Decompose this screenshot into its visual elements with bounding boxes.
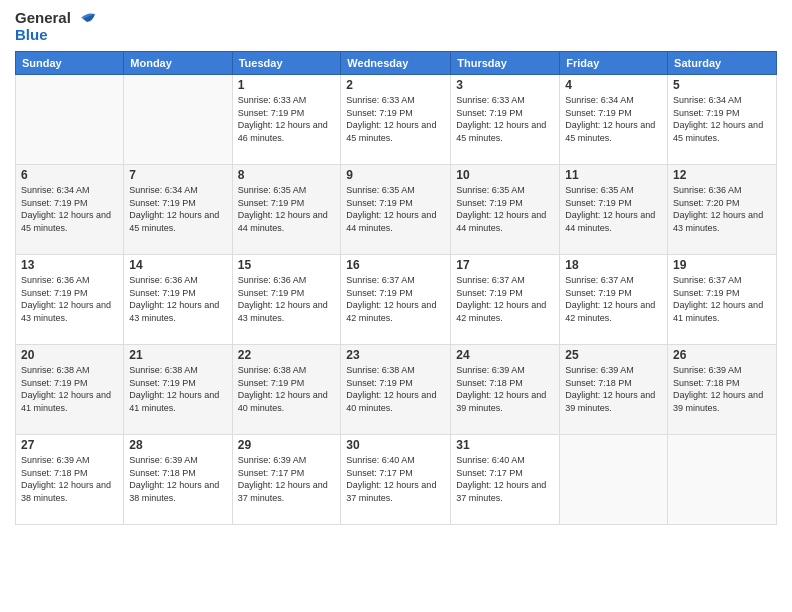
day-info: Sunrise: 6:37 AM Sunset: 7:19 PM Dayligh… bbox=[456, 274, 554, 324]
day-info: Sunrise: 6:38 AM Sunset: 7:19 PM Dayligh… bbox=[129, 364, 226, 414]
day-info: Sunrise: 6:36 AM Sunset: 7:19 PM Dayligh… bbox=[129, 274, 226, 324]
calendar-cell bbox=[16, 75, 124, 165]
day-number: 14 bbox=[129, 258, 226, 272]
day-header-wednesday: Wednesday bbox=[341, 52, 451, 75]
calendar-week-2: 6Sunrise: 6:34 AM Sunset: 7:19 PM Daylig… bbox=[16, 165, 777, 255]
calendar-cell: 1Sunrise: 6:33 AM Sunset: 7:19 PM Daylig… bbox=[232, 75, 341, 165]
calendar-week-5: 27Sunrise: 6:39 AM Sunset: 7:18 PM Dayli… bbox=[16, 435, 777, 525]
day-number: 11 bbox=[565, 168, 662, 182]
calendar-header-row: SundayMondayTuesdayWednesdayThursdayFrid… bbox=[16, 52, 777, 75]
calendar-cell: 4Sunrise: 6:34 AM Sunset: 7:19 PM Daylig… bbox=[560, 75, 668, 165]
day-number: 13 bbox=[21, 258, 118, 272]
day-header-sunday: Sunday bbox=[16, 52, 124, 75]
calendar-cell: 30Sunrise: 6:40 AM Sunset: 7:17 PM Dayli… bbox=[341, 435, 451, 525]
day-info: Sunrise: 6:34 AM Sunset: 7:19 PM Dayligh… bbox=[565, 94, 662, 144]
day-number: 27 bbox=[21, 438, 118, 452]
day-number: 10 bbox=[456, 168, 554, 182]
day-info: Sunrise: 6:33 AM Sunset: 7:19 PM Dayligh… bbox=[346, 94, 445, 144]
day-number: 20 bbox=[21, 348, 118, 362]
calendar-cell: 9Sunrise: 6:35 AM Sunset: 7:19 PM Daylig… bbox=[341, 165, 451, 255]
calendar-cell: 15Sunrise: 6:36 AM Sunset: 7:19 PM Dayli… bbox=[232, 255, 341, 345]
day-number: 24 bbox=[456, 348, 554, 362]
day-info: Sunrise: 6:37 AM Sunset: 7:19 PM Dayligh… bbox=[565, 274, 662, 324]
day-number: 18 bbox=[565, 258, 662, 272]
calendar-cell: 17Sunrise: 6:37 AM Sunset: 7:19 PM Dayli… bbox=[451, 255, 560, 345]
calendar-week-4: 20Sunrise: 6:38 AM Sunset: 7:19 PM Dayli… bbox=[16, 345, 777, 435]
calendar-cell: 28Sunrise: 6:39 AM Sunset: 7:18 PM Dayli… bbox=[124, 435, 232, 525]
calendar-cell: 7Sunrise: 6:34 AM Sunset: 7:19 PM Daylig… bbox=[124, 165, 232, 255]
day-number: 16 bbox=[346, 258, 445, 272]
calendar-cell: 8Sunrise: 6:35 AM Sunset: 7:19 PM Daylig… bbox=[232, 165, 341, 255]
calendar-cell: 21Sunrise: 6:38 AM Sunset: 7:19 PM Dayli… bbox=[124, 345, 232, 435]
day-info: Sunrise: 6:34 AM Sunset: 7:19 PM Dayligh… bbox=[129, 184, 226, 234]
day-number: 29 bbox=[238, 438, 336, 452]
day-header-friday: Friday bbox=[560, 52, 668, 75]
day-info: Sunrise: 6:33 AM Sunset: 7:19 PM Dayligh… bbox=[456, 94, 554, 144]
day-number: 1 bbox=[238, 78, 336, 92]
page-header: General Blue bbox=[15, 10, 777, 43]
day-info: Sunrise: 6:36 AM Sunset: 7:19 PM Dayligh… bbox=[21, 274, 118, 324]
calendar-cell: 19Sunrise: 6:37 AM Sunset: 7:19 PM Dayli… bbox=[668, 255, 777, 345]
calendar-cell: 29Sunrise: 6:39 AM Sunset: 7:17 PM Dayli… bbox=[232, 435, 341, 525]
day-header-saturday: Saturday bbox=[668, 52, 777, 75]
day-number: 30 bbox=[346, 438, 445, 452]
calendar-week-3: 13Sunrise: 6:36 AM Sunset: 7:19 PM Dayli… bbox=[16, 255, 777, 345]
day-info: Sunrise: 6:36 AM Sunset: 7:20 PM Dayligh… bbox=[673, 184, 771, 234]
day-number: 17 bbox=[456, 258, 554, 272]
calendar-cell: 25Sunrise: 6:39 AM Sunset: 7:18 PM Dayli… bbox=[560, 345, 668, 435]
logo-bird-icon bbox=[73, 10, 95, 26]
day-info: Sunrise: 6:39 AM Sunset: 7:17 PM Dayligh… bbox=[238, 454, 336, 504]
day-header-tuesday: Tuesday bbox=[232, 52, 341, 75]
calendar-cell: 16Sunrise: 6:37 AM Sunset: 7:19 PM Dayli… bbox=[341, 255, 451, 345]
calendar-cell: 22Sunrise: 6:38 AM Sunset: 7:19 PM Dayli… bbox=[232, 345, 341, 435]
calendar-cell bbox=[560, 435, 668, 525]
calendar-cell: 11Sunrise: 6:35 AM Sunset: 7:19 PM Dayli… bbox=[560, 165, 668, 255]
calendar-cell: 2Sunrise: 6:33 AM Sunset: 7:19 PM Daylig… bbox=[341, 75, 451, 165]
day-info: Sunrise: 6:39 AM Sunset: 7:18 PM Dayligh… bbox=[673, 364, 771, 414]
calendar-cell bbox=[668, 435, 777, 525]
day-number: 4 bbox=[565, 78, 662, 92]
calendar-cell: 10Sunrise: 6:35 AM Sunset: 7:19 PM Dayli… bbox=[451, 165, 560, 255]
day-info: Sunrise: 6:36 AM Sunset: 7:19 PM Dayligh… bbox=[238, 274, 336, 324]
calendar-cell: 31Sunrise: 6:40 AM Sunset: 7:17 PM Dayli… bbox=[451, 435, 560, 525]
calendar-week-1: 1Sunrise: 6:33 AM Sunset: 7:19 PM Daylig… bbox=[16, 75, 777, 165]
day-info: Sunrise: 6:38 AM Sunset: 7:19 PM Dayligh… bbox=[238, 364, 336, 414]
day-number: 31 bbox=[456, 438, 554, 452]
day-info: Sunrise: 6:33 AM Sunset: 7:19 PM Dayligh… bbox=[238, 94, 336, 144]
day-header-thursday: Thursday bbox=[451, 52, 560, 75]
calendar-cell: 13Sunrise: 6:36 AM Sunset: 7:19 PM Dayli… bbox=[16, 255, 124, 345]
calendar-cell bbox=[124, 75, 232, 165]
calendar-table: SundayMondayTuesdayWednesdayThursdayFrid… bbox=[15, 51, 777, 525]
day-number: 12 bbox=[673, 168, 771, 182]
day-info: Sunrise: 6:35 AM Sunset: 7:19 PM Dayligh… bbox=[456, 184, 554, 234]
day-info: Sunrise: 6:35 AM Sunset: 7:19 PM Dayligh… bbox=[565, 184, 662, 234]
day-number: 15 bbox=[238, 258, 336, 272]
calendar-cell: 23Sunrise: 6:38 AM Sunset: 7:19 PM Dayli… bbox=[341, 345, 451, 435]
day-number: 7 bbox=[129, 168, 226, 182]
day-number: 9 bbox=[346, 168, 445, 182]
day-number: 22 bbox=[238, 348, 336, 362]
day-info: Sunrise: 6:38 AM Sunset: 7:19 PM Dayligh… bbox=[346, 364, 445, 414]
day-info: Sunrise: 6:37 AM Sunset: 7:19 PM Dayligh… bbox=[673, 274, 771, 324]
calendar-cell: 6Sunrise: 6:34 AM Sunset: 7:19 PM Daylig… bbox=[16, 165, 124, 255]
day-header-monday: Monday bbox=[124, 52, 232, 75]
day-number: 2 bbox=[346, 78, 445, 92]
day-number: 23 bbox=[346, 348, 445, 362]
calendar-cell: 5Sunrise: 6:34 AM Sunset: 7:19 PM Daylig… bbox=[668, 75, 777, 165]
day-info: Sunrise: 6:40 AM Sunset: 7:17 PM Dayligh… bbox=[346, 454, 445, 504]
calendar-cell: 18Sunrise: 6:37 AM Sunset: 7:19 PM Dayli… bbox=[560, 255, 668, 345]
day-number: 19 bbox=[673, 258, 771, 272]
day-number: 28 bbox=[129, 438, 226, 452]
calendar-cell: 27Sunrise: 6:39 AM Sunset: 7:18 PM Dayli… bbox=[16, 435, 124, 525]
day-number: 3 bbox=[456, 78, 554, 92]
day-info: Sunrise: 6:38 AM Sunset: 7:19 PM Dayligh… bbox=[21, 364, 118, 414]
day-info: Sunrise: 6:39 AM Sunset: 7:18 PM Dayligh… bbox=[456, 364, 554, 414]
day-info: Sunrise: 6:35 AM Sunset: 7:19 PM Dayligh… bbox=[238, 184, 336, 234]
calendar-cell: 12Sunrise: 6:36 AM Sunset: 7:20 PM Dayli… bbox=[668, 165, 777, 255]
calendar-cell: 14Sunrise: 6:36 AM Sunset: 7:19 PM Dayli… bbox=[124, 255, 232, 345]
day-info: Sunrise: 6:39 AM Sunset: 7:18 PM Dayligh… bbox=[129, 454, 226, 504]
day-info: Sunrise: 6:39 AM Sunset: 7:18 PM Dayligh… bbox=[565, 364, 662, 414]
calendar-cell: 26Sunrise: 6:39 AM Sunset: 7:18 PM Dayli… bbox=[668, 345, 777, 435]
day-info: Sunrise: 6:37 AM Sunset: 7:19 PM Dayligh… bbox=[346, 274, 445, 324]
day-info: Sunrise: 6:34 AM Sunset: 7:19 PM Dayligh… bbox=[21, 184, 118, 234]
